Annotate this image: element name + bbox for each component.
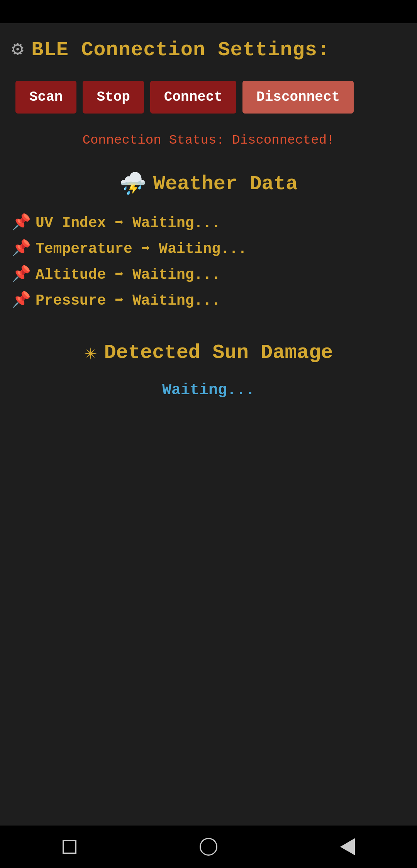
altitude-item: 📌 Altitude ➡ Waiting... [12,264,405,283]
weather-title-text: Weather Data [153,173,298,195]
connection-status: Connection Status: Disconnected! [12,133,405,147]
weather-data-section: ⛈️ Weather Data 📌 UV Index ➡ Waiting... … [12,171,405,316]
nav-back-icon [340,838,355,855]
status-bar [0,0,417,23]
sun-icon: ✴️ [84,339,97,366]
page-title: BLE Connection Settings: [31,39,330,61]
temperature-item: 📌 Temperature ➡ Waiting... [12,239,405,258]
nav-back-button[interactable] [338,837,357,856]
ble-button-row: Scan Stop Connect Disconnect [12,81,405,114]
nav-home-button[interactable] [199,837,218,856]
nav-stop-icon [63,840,76,854]
pin-icon-temp: 📌 [12,239,31,258]
nav-stop-button[interactable] [60,837,79,856]
nav-bar [0,826,417,868]
sun-damage-title: ✴️ Detected Sun Damage [12,339,405,366]
connect-button[interactable]: Connect [150,81,236,114]
app-header: ⚙ BLE Connection Settings: [12,39,405,61]
weather-icon: ⛈️ [119,171,146,197]
disconnect-button[interactable]: Disconnect [242,81,354,114]
scan-button[interactable]: Scan [15,81,76,114]
pin-icon-uv: 📌 [12,213,31,232]
weather-section-title: ⛈️ Weather Data [12,171,405,197]
sun-damage-title-text: Detected Sun Damage [104,341,333,364]
main-content: ⚙ BLE Connection Settings: Scan Stop Con… [0,23,417,826]
uv-index-item: 📌 UV Index ➡ Waiting... [12,213,405,232]
uv-index-label: UV Index ➡ Waiting... [36,214,220,231]
pin-icon-alt: 📌 [12,264,31,283]
sun-damage-section: ✴️ Detected Sun Damage Waiting... [12,339,405,399]
temperature-label: Temperature ➡ Waiting... [36,239,247,257]
gear-icon: ⚙ [12,40,24,60]
pin-icon-pres: 📌 [12,290,31,309]
nav-home-icon [200,838,217,856]
sun-damage-status: Waiting... [12,381,405,399]
altitude-label: Altitude ➡ Waiting... [36,265,220,283]
stop-button[interactable]: Stop [83,81,144,114]
pressure-item: 📌 Pressure ➡ Waiting... [12,290,405,309]
pressure-label: Pressure ➡ Waiting... [36,291,220,309]
